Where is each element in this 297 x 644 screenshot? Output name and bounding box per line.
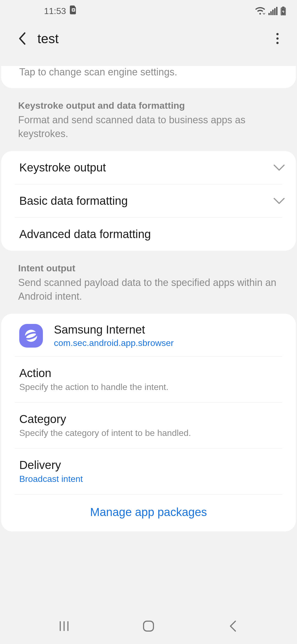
- chevron-down-icon: [270, 197, 289, 204]
- manage-app-packages-row[interactable]: Manage app packages: [1, 495, 296, 531]
- sim-card-icon: [70, 6, 77, 17]
- row-subtitle: Specify the category of intent to be han…: [19, 427, 289, 438]
- manage-app-packages-link[interactable]: Manage app packages: [90, 506, 207, 519]
- recents-icon: [59, 621, 70, 632]
- page-title: test: [37, 31, 59, 46]
- section-title: Intent output: [18, 263, 279, 274]
- section-desc: Format and send scanned data to business…: [18, 113, 279, 141]
- home-icon: [142, 620, 155, 632]
- row-value: Broadcast intent: [19, 473, 289, 484]
- battery-charging-icon: [280, 7, 286, 15]
- navigation-bar: [0, 608, 297, 644]
- svg-point-11: [276, 42, 279, 44]
- section-title: Keystroke output and data formatting: [18, 100, 279, 111]
- status-bar: 11:53: [0, 0, 297, 22]
- row-title: Category: [19, 413, 289, 426]
- svg-point-9: [276, 33, 279, 35]
- svg-rect-3: [272, 10, 274, 15]
- row-title: Delivery: [19, 459, 289, 472]
- section-header-keystroke: Keystroke output and data formatting For…: [0, 88, 297, 146]
- row-subtitle: Specify the action to handle the intent.: [19, 381, 289, 392]
- wifi-icon: [255, 7, 266, 15]
- intent-category-row[interactable]: Category Specify the category of intent …: [1, 403, 296, 448]
- signal-icon: [268, 7, 278, 15]
- overflow-menu-button[interactable]: [268, 29, 287, 48]
- chevron-left-icon: [18, 32, 27, 45]
- intent-action-row[interactable]: Action Specify the action to handle the …: [1, 357, 296, 402]
- intent-delivery-row[interactable]: Delivery Broadcast intent: [1, 449, 296, 494]
- chevron-left-icon: [229, 620, 237, 632]
- intent-app-row[interactable]: Samsung Internet com.sec.android.app.sbr…: [1, 314, 296, 356]
- recents-button[interactable]: [48, 615, 81, 637]
- row-title: Basic data formatting: [19, 194, 270, 208]
- back-nav-button[interactable]: [216, 615, 249, 637]
- svg-rect-1: [268, 13, 270, 15]
- svg-rect-4: [274, 8, 276, 15]
- scan-engine-settings-row[interactable]: Tap to change scan engine settings.: [1, 66, 296, 88]
- chevron-down-icon: [270, 164, 289, 171]
- svg-rect-7: [282, 7, 284, 8]
- keystroke-output-row[interactable]: Keystroke output: [1, 151, 296, 184]
- advanced-data-formatting-row[interactable]: Advanced data formatting: [1, 218, 296, 251]
- section-header-intent: Intent output Send scanned payload data …: [0, 251, 297, 308]
- basic-data-formatting-row[interactable]: Basic data formatting: [1, 184, 296, 217]
- back-button[interactable]: [13, 29, 32, 48]
- intent-card: Samsung Internet com.sec.android.app.sbr…: [1, 314, 296, 531]
- scroll-content[interactable]: Tap to change scan engine settings. Keys…: [0, 55, 297, 608]
- svg-rect-5: [276, 7, 277, 15]
- row-title: Advanced data formatting: [19, 228, 289, 241]
- intent-app-name: Samsung Internet: [54, 323, 289, 336]
- status-time: 11:53: [44, 6, 66, 16]
- svg-rect-2: [270, 11, 272, 15]
- row-title: Action: [19, 367, 289, 380]
- svg-point-10: [276, 37, 279, 40]
- section-desc: Send scanned payload data to the specifi…: [18, 276, 279, 303]
- samsung-internet-icon: [19, 324, 43, 348]
- intent-app-package: com.sec.android.app.sbrowser: [54, 338, 289, 348]
- home-button[interactable]: [132, 615, 165, 637]
- scan-engine-hint: Tap to change scan engine settings.: [19, 66, 278, 78]
- more-vert-icon: [276, 33, 279, 44]
- row-title: Keystroke output: [19, 161, 270, 174]
- keystroke-card: Keystroke output Basic data formatting A…: [1, 151, 296, 251]
- svg-rect-17: [144, 621, 153, 631]
- app-bar: test: [0, 22, 297, 55]
